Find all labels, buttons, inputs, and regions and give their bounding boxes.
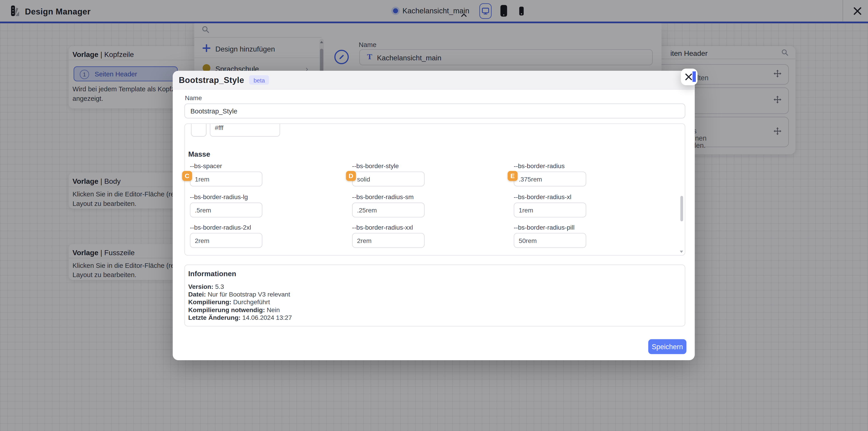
field-bs-border-radius-lg: --bs-border-radius-lg xyxy=(190,194,262,217)
info-row: Letzte Änderung: 14.06.2024 13:27 xyxy=(188,314,685,321)
info-row: Kompilierung notwendig: Nein xyxy=(188,306,685,314)
name-label: Name xyxy=(185,95,202,101)
css-var-input[interactable] xyxy=(514,233,586,248)
field-bs-border-radius: --bs-border-radius xyxy=(514,163,586,186)
field-bs-border-radius-xl: --bs-border-radius-xl xyxy=(514,194,586,217)
color-value-text: #fff xyxy=(215,125,223,131)
css-var-label: --bs-border-radius-pill xyxy=(514,224,586,230)
marker-e[interactable]: E xyxy=(508,171,518,181)
field-bs-border-style: --bs-border-style xyxy=(352,163,425,186)
variables-scroll-panel: #fff Masse --bs-spacer --bs-border-style… xyxy=(184,123,685,256)
css-var-label: --bs-spacer xyxy=(190,163,262,169)
field-bs-border-radius-xxl: --bs-border-radius-xxl xyxy=(352,224,425,248)
color-swatch[interactable] xyxy=(191,123,207,137)
field-bs-border-radius-sm: --bs-border-radius-sm xyxy=(352,194,425,217)
marker-c[interactable]: C xyxy=(182,171,192,181)
design-manager-app: Vorlage | Kopfzeile 1 Seiten Header Wird… xyxy=(0,0,868,431)
css-var-input[interactable] xyxy=(352,172,425,186)
css-var-label: --bs-border-radius-2xl xyxy=(190,224,262,230)
css-var-input[interactable] xyxy=(190,203,262,217)
informationen-heading: Informationen xyxy=(188,269,685,278)
beta-badge: beta xyxy=(249,75,269,85)
css-var-label: --bs-border-radius-xxl xyxy=(352,224,425,230)
field-bs-spacer: --bs-spacer xyxy=(190,163,262,186)
focus-caret xyxy=(692,71,695,82)
informationen-box: Informationen Version: 5.3 Datei: Nur fü… xyxy=(184,265,685,326)
modal-close-button[interactable] xyxy=(681,69,698,85)
css-var-label: --bs-border-radius-lg xyxy=(190,194,262,200)
field-bs-border-radius-2xl: --bs-border-radius-2xl xyxy=(190,224,262,248)
bootstrap-style-modal: Bootstrap_Style beta Name #fff Masse --b… xyxy=(173,71,694,360)
info-row: Datei: Nur für Bootstrap V3 relevant xyxy=(188,290,685,298)
modal-title: Bootstrap_Style xyxy=(179,75,244,85)
css-var-label: --bs-border-radius xyxy=(514,163,586,169)
modal-header: Bootstrap_Style beta xyxy=(173,71,694,90)
css-var-input[interactable] xyxy=(190,233,262,248)
css-var-label: --bs-border-radius-sm xyxy=(352,194,425,200)
scroll-down-arrow-icon[interactable] xyxy=(680,251,683,253)
marker-d[interactable]: D xyxy=(346,171,356,181)
color-value-field[interactable]: #fff xyxy=(210,123,280,137)
css-var-input[interactable] xyxy=(190,172,262,186)
save-button[interactable]: Speichern xyxy=(648,339,686,354)
field-bs-border-radius-pill: --bs-border-radius-pill xyxy=(514,224,586,248)
css-var-input[interactable] xyxy=(514,203,586,217)
css-var-input[interactable] xyxy=(352,233,425,248)
masse-heading: Masse xyxy=(188,150,210,158)
css-var-input[interactable] xyxy=(352,203,425,217)
css-var-label: --bs-border-radius-xl xyxy=(514,194,586,200)
css-var-input[interactable] xyxy=(514,172,586,186)
info-row: Version: 5.3 xyxy=(188,283,685,290)
panel-scrollbar-thumb[interactable] xyxy=(680,196,683,221)
style-name-input[interactable] xyxy=(184,103,685,118)
close-icon xyxy=(685,73,692,81)
css-var-label: --bs-border-style xyxy=(352,163,425,169)
info-row: Kompilierung: Durchgeführt xyxy=(188,298,685,306)
